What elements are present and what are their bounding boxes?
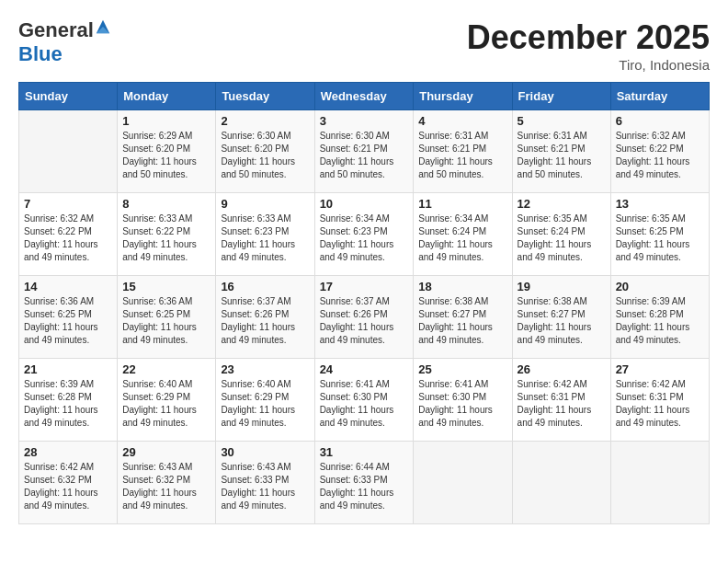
calendar-cell: 16Sunrise: 6:37 AM Sunset: 6:26 PM Dayli… [216,276,314,359]
day-info: Sunrise: 6:33 AM Sunset: 6:23 PM Dayligh… [221,213,309,264]
calendar-cell: 14Sunrise: 6:36 AM Sunset: 6:25 PM Dayli… [19,276,118,359]
day-number: 29 [122,445,210,459]
day-number: 18 [418,280,506,293]
day-number: 20 [616,280,704,293]
day-info: Sunrise: 6:36 AM Sunset: 6:25 PM Dayligh… [24,295,112,347]
day-number: 7 [24,197,112,211]
calendar-cell: 7Sunrise: 6:32 AM Sunset: 6:22 PM Daylig… [19,193,118,276]
day-number: 14 [24,280,112,293]
calendar-week-5: 28Sunrise: 6:42 AM Sunset: 6:32 PM Dayli… [19,442,710,524]
calendar-cell: 3Sunrise: 6:30 AM Sunset: 6:21 PM Daylig… [314,110,414,193]
calendar-header-wednesday: Wednesday [314,83,414,110]
day-number: 24 [320,362,409,376]
day-number: 16 [221,280,309,293]
calendar-cell [414,442,512,524]
day-number: 4 [418,114,506,128]
title-block: December 2025 Tiro, Indonesia [467,18,710,73]
day-info: Sunrise: 6:39 AM Sunset: 6:28 PM Dayligh… [616,295,704,347]
day-info: Sunrise: 6:42 AM Sunset: 6:31 PM Dayligh… [616,378,704,430]
day-number: 28 [24,445,112,459]
calendar-cell: 27Sunrise: 6:42 AM Sunset: 6:31 PM Dayli… [610,359,709,442]
location: Tiro, Indonesia [467,57,710,73]
logo-blue-text: Blue [18,42,63,66]
calendar-header-thursday: Thursday [414,83,512,110]
calendar-cell: 18Sunrise: 6:38 AM Sunset: 6:27 PM Dayli… [414,276,512,359]
calendar-cell: 24Sunrise: 6:41 AM Sunset: 6:30 PM Dayli… [314,359,414,442]
day-number: 19 [518,280,606,293]
calendar-cell [512,442,610,524]
calendar-cell: 15Sunrise: 6:36 AM Sunset: 6:25 PM Dayli… [118,276,216,359]
calendar-week-1: 1Sunrise: 6:29 AM Sunset: 6:20 PM Daylig… [19,110,710,193]
day-number: 9 [221,197,309,211]
day-number: 27 [616,362,704,376]
calendar-cell: 19Sunrise: 6:38 AM Sunset: 6:27 PM Dayli… [512,276,610,359]
calendar-header-tuesday: Tuesday [216,83,314,110]
day-info: Sunrise: 6:30 AM Sunset: 6:21 PM Dayligh… [320,130,409,181]
day-info: Sunrise: 6:43 AM Sunset: 6:32 PM Dayligh… [122,461,210,512]
day-info: Sunrise: 6:31 AM Sunset: 6:21 PM Dayligh… [518,130,606,181]
day-info: Sunrise: 6:36 AM Sunset: 6:25 PM Dayligh… [122,295,210,347]
calendar-cell: 29Sunrise: 6:43 AM Sunset: 6:32 PM Dayli… [118,442,216,524]
calendar-cell: 9Sunrise: 6:33 AM Sunset: 6:23 PM Daylig… [216,193,314,276]
day-number: 23 [221,362,309,376]
calendar-cell [610,442,709,524]
calendar-cell: 30Sunrise: 6:43 AM Sunset: 6:33 PM Dayli… [216,442,314,524]
calendar-header-saturday: Saturday [610,83,709,110]
day-info: Sunrise: 6:40 AM Sunset: 6:29 PM Dayligh… [122,378,210,430]
day-info: Sunrise: 6:38 AM Sunset: 6:27 PM Dayligh… [418,295,506,347]
day-info: Sunrise: 6:32 AM Sunset: 6:22 PM Dayligh… [24,213,112,264]
calendar-cell: 13Sunrise: 6:35 AM Sunset: 6:25 PM Dayli… [610,193,709,276]
calendar-cell: 4Sunrise: 6:31 AM Sunset: 6:21 PM Daylig… [414,110,512,193]
calendar-cell [19,110,118,193]
day-number: 22 [122,362,210,376]
day-info: Sunrise: 6:35 AM Sunset: 6:25 PM Dayligh… [616,213,704,264]
day-number: 15 [122,280,210,293]
day-info: Sunrise: 6:42 AM Sunset: 6:32 PM Dayligh… [24,461,112,512]
day-number: 5 [518,114,606,128]
logo: General Blue [18,18,111,66]
day-info: Sunrise: 6:30 AM Sunset: 6:20 PM Dayligh… [221,130,309,181]
day-number: 26 [518,362,606,376]
calendar-cell: 12Sunrise: 6:35 AM Sunset: 6:24 PM Dayli… [512,193,610,276]
day-info: Sunrise: 6:32 AM Sunset: 6:22 PM Dayligh… [616,130,704,181]
day-number: 2 [221,114,309,128]
calendar-cell: 22Sunrise: 6:40 AM Sunset: 6:29 PM Dayli… [118,359,216,442]
calendar-cell: 23Sunrise: 6:40 AM Sunset: 6:29 PM Dayli… [216,359,314,442]
calendar-week-4: 21Sunrise: 6:39 AM Sunset: 6:28 PM Dayli… [19,359,710,442]
day-number: 21 [24,362,112,376]
day-number: 12 [518,197,606,211]
calendar-cell: 25Sunrise: 6:41 AM Sunset: 6:30 PM Dayli… [414,359,512,442]
calendar-cell: 31Sunrise: 6:44 AM Sunset: 6:33 PM Dayli… [314,442,414,524]
day-number: 6 [616,114,704,128]
day-info: Sunrise: 6:37 AM Sunset: 6:26 PM Dayligh… [320,295,409,347]
day-number: 13 [616,197,704,211]
calendar-header-monday: Monday [118,83,216,110]
calendar-cell: 2Sunrise: 6:30 AM Sunset: 6:20 PM Daylig… [216,110,314,193]
day-info: Sunrise: 6:42 AM Sunset: 6:31 PM Dayligh… [518,378,606,430]
day-info: Sunrise: 6:35 AM Sunset: 6:24 PM Dayligh… [518,213,606,264]
day-number: 31 [320,445,409,459]
day-number: 11 [418,197,506,211]
calendar-week-3: 14Sunrise: 6:36 AM Sunset: 6:25 PM Dayli… [19,276,710,359]
calendar-cell: 26Sunrise: 6:42 AM Sunset: 6:31 PM Dayli… [512,359,610,442]
calendar-cell: 8Sunrise: 6:33 AM Sunset: 6:22 PM Daylig… [118,193,216,276]
logo-icon [95,18,111,35]
logo-general-text: General [18,18,94,42]
calendar-cell: 21Sunrise: 6:39 AM Sunset: 6:28 PM Dayli… [19,359,118,442]
calendar-cell: 11Sunrise: 6:34 AM Sunset: 6:24 PM Dayli… [414,193,512,276]
day-info: Sunrise: 6:41 AM Sunset: 6:30 PM Dayligh… [418,378,506,430]
month-title: December 2025 [467,18,710,57]
calendar-week-2: 7Sunrise: 6:32 AM Sunset: 6:22 PM Daylig… [19,193,710,276]
day-number: 17 [320,280,409,293]
day-info: Sunrise: 6:34 AM Sunset: 6:23 PM Dayligh… [320,213,409,264]
day-info: Sunrise: 6:29 AM Sunset: 6:20 PM Dayligh… [122,130,210,181]
calendar-cell: 17Sunrise: 6:37 AM Sunset: 6:26 PM Dayli… [314,276,414,359]
day-info: Sunrise: 6:43 AM Sunset: 6:33 PM Dayligh… [221,461,309,512]
day-info: Sunrise: 6:39 AM Sunset: 6:28 PM Dayligh… [24,378,112,430]
page-header: General Blue December 2025 Tiro, Indones… [18,18,710,73]
day-number: 25 [418,362,506,376]
day-number: 1 [122,114,210,128]
calendar-header-row: SundayMondayTuesdayWednesdayThursdayFrid… [19,83,710,110]
day-number: 30 [221,445,309,459]
day-info: Sunrise: 6:33 AM Sunset: 6:22 PM Dayligh… [122,213,210,264]
